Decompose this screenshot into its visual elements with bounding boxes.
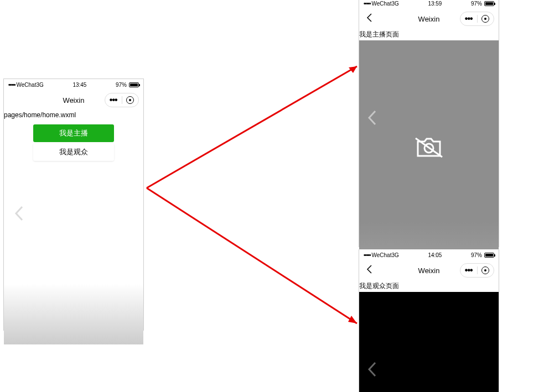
battery-icon xyxy=(129,82,139,87)
chevron-left-icon xyxy=(366,13,372,23)
status-time: 13:45 xyxy=(72,82,86,88)
phone-home: ••••• WeChat3G 13:45 97% Weixin ••• page… xyxy=(3,79,144,331)
nav-bar: Weixin ••• xyxy=(4,90,143,110)
capsule-menu-button[interactable]: ••• xyxy=(460,265,477,275)
carrier-label: WeChat3G xyxy=(372,1,399,7)
chevron-left-icon xyxy=(366,264,372,274)
page-path-label: pages/home/home.wxml xyxy=(4,110,143,120)
battery-pct: 97% xyxy=(471,1,482,7)
target-icon xyxy=(126,96,134,104)
svg-line-2 xyxy=(147,66,357,188)
audience-button[interactable]: 我是观众 xyxy=(33,143,114,161)
capsule-close-button[interactable] xyxy=(478,266,494,274)
phone-anchor: ••••• WeChat3G 13:59 97% Weixin ••• 我是主播… xyxy=(359,0,499,247)
signal-dots-icon: ••••• xyxy=(364,1,371,7)
nav-title: Weixin xyxy=(418,266,440,275)
battery-icon xyxy=(484,253,494,258)
target-icon xyxy=(481,15,489,23)
nav-bar: Weixin ••• xyxy=(359,260,499,280)
status-bar: ••••• WeChat3G 14:05 97% xyxy=(359,249,499,260)
signal-dots-icon: ••••• xyxy=(364,252,371,258)
status-bar: ••••• WeChat3G 13:59 97% xyxy=(359,0,499,9)
battery-pct: 97% xyxy=(471,252,482,258)
nav-capsule: ••• xyxy=(105,93,139,107)
status-time: 14:05 xyxy=(428,252,442,258)
carrier-label: WeChat3G xyxy=(372,252,399,258)
svg-marker-3 xyxy=(349,66,357,73)
audience-page-label: 我是观众页面 xyxy=(359,280,499,292)
nav-capsule: ••• xyxy=(460,263,494,278)
capsule-close-button[interactable] xyxy=(122,96,139,104)
chevron-left-icon xyxy=(367,361,377,378)
nav-capsule: ••• xyxy=(460,12,494,26)
nav-bar: Weixin ••• xyxy=(359,9,499,29)
home-content: 我是主播 我是观众 xyxy=(4,124,143,344)
status-time: 13:59 xyxy=(428,1,442,7)
svg-line-4 xyxy=(147,188,357,323)
svg-marker-5 xyxy=(348,316,357,323)
nav-title: Weixin xyxy=(63,96,85,104)
flow-arrow-audience xyxy=(144,185,360,326)
anchor-button[interactable]: 我是主播 xyxy=(33,124,114,142)
bottom-gradient xyxy=(4,284,143,344)
capsule-close-button[interactable] xyxy=(478,15,494,23)
target-icon xyxy=(481,266,489,274)
camera-off-icon xyxy=(413,136,444,159)
anchor-content xyxy=(359,40,499,254)
capsule-menu-button[interactable]: ••• xyxy=(460,14,477,24)
status-bar: ••••• WeChat3G 13:45 97% xyxy=(4,79,143,90)
back-button[interactable] xyxy=(364,264,375,277)
capsule-menu-button[interactable]: ••• xyxy=(105,95,122,105)
battery-icon xyxy=(484,1,494,6)
audience-content xyxy=(359,292,499,392)
phone-audience: ••••• WeChat3G 14:05 97% Weixin ••• 我是观众… xyxy=(359,249,499,392)
carrier-label: WeChat3G xyxy=(17,82,44,88)
chevron-left-icon xyxy=(367,109,377,126)
battery-pct: 97% xyxy=(116,82,127,88)
signal-dots-icon: ••••• xyxy=(8,82,15,88)
nav-title: Weixin xyxy=(418,15,440,23)
flow-arrow-anchor xyxy=(144,64,360,191)
chevron-left-icon xyxy=(14,205,24,222)
anchor-page-label: 我是主播页面 xyxy=(359,29,499,40)
back-button[interactable] xyxy=(364,13,375,25)
